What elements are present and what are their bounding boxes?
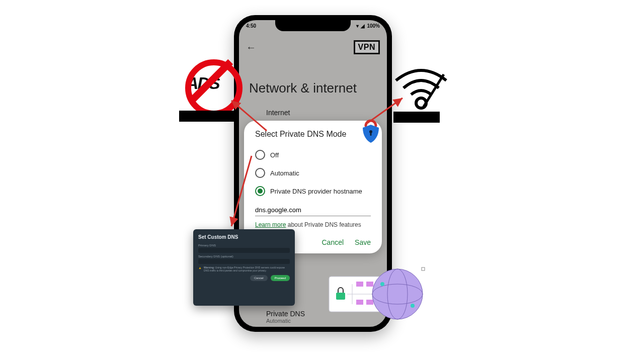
radio-option-hostname[interactable]: Private DNS provider hostname: [255, 182, 371, 200]
secondary-dns-input[interactable]: [198, 259, 290, 264]
dark-proceed-button[interactable]: Proceed: [271, 275, 290, 281]
no-ads-icon: ADS: [181, 55, 236, 111]
dark-panel-actions: Cancel Proceed: [198, 275, 290, 281]
primary-dns-input[interactable]: [198, 248, 290, 253]
save-button[interactable]: Save: [355, 238, 371, 246]
dark-cancel-button[interactable]: Cancel: [250, 275, 268, 281]
primary-dns-label: Primary DNS: [198, 244, 290, 247]
set-custom-dns-panel: Set Custom DNS Primary DNS Secondary DNS…: [193, 229, 295, 306]
secondary-dns-label: Secondary DNS (optional): [198, 255, 290, 258]
svg-rect-1: [370, 132, 372, 136]
radio-option-automatic[interactable]: Automatic: [255, 164, 371, 182]
no-ads-label: [179, 111, 238, 122]
svg-rect-11: [366, 300, 373, 305]
learn-more-line: Learn more about Private DNS features: [255, 221, 371, 228]
dark-panel-title: Set Custom DNS: [198, 234, 290, 240]
radio-label: Off: [270, 151, 279, 159]
svg-point-15: [372, 269, 423, 319]
radio-icon: [255, 186, 265, 196]
wifi-icon: [393, 65, 449, 113]
radio-label: Automatic: [270, 169, 299, 177]
svg-rect-21: [422, 267, 425, 270]
svg-point-19: [380, 282, 384, 286]
warning-icon: ▲: [198, 266, 202, 272]
radio-icon: [255, 168, 265, 178]
lock-shield-icon: [357, 116, 385, 144]
svg-point-20: [411, 304, 415, 308]
radio-icon: [255, 150, 265, 160]
learn-more-link[interactable]: Learn more: [255, 221, 286, 228]
warning-text: Using non-Edge Privacy Protection DNS se…: [204, 266, 285, 272]
radio-label: Private DNS provider hostname: [270, 188, 362, 195]
svg-rect-14: [336, 293, 345, 300]
dns-hostname-input[interactable]: [255, 203, 371, 216]
radio-option-off[interactable]: Off: [255, 146, 371, 164]
svg-rect-8: [356, 282, 363, 287]
wifi-label: [393, 112, 440, 123]
dialog-title: Select Private DNS Mode: [255, 130, 371, 139]
cancel-button[interactable]: Cancel: [321, 238, 344, 246]
globe-deco-icon: [327, 266, 428, 327]
learn-more-rest: about Private DNS features: [286, 221, 361, 228]
svg-rect-9: [366, 282, 373, 287]
phone-notch: [275, 20, 351, 31]
dns-warning: ▲ Warning: Using non-Edge Privacy Protec…: [198, 266, 290, 272]
svg-rect-10: [356, 300, 363, 305]
